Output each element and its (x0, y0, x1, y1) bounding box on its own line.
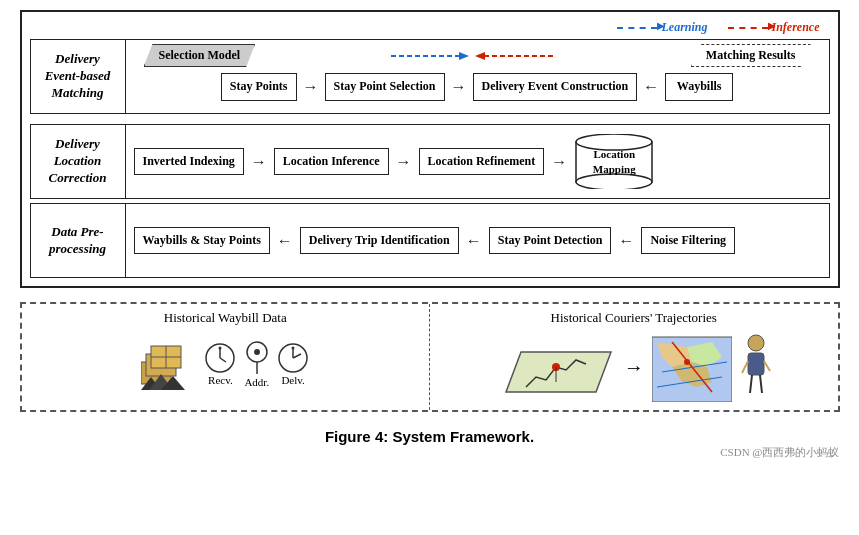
person-icon (740, 333, 772, 402)
learning-line (617, 27, 657, 29)
delivery-trip-id-box: Delivery Trip Identification (300, 227, 459, 255)
svg-point-36 (684, 359, 690, 365)
arrow6: → (547, 153, 571, 171)
selection-model-box: Selection Model (144, 44, 256, 67)
packages-svg (141, 332, 196, 392)
inference-line (728, 27, 768, 29)
page-wrapper: Learning Inference Delivery Event-based … (0, 0, 859, 535)
delv-icon: Delv. (277, 342, 309, 386)
arrow3: ← (639, 78, 663, 96)
svg-point-25 (292, 347, 295, 350)
svg-line-17 (220, 358, 226, 362)
inverted-indexing-box: Inverted Indexing (134, 148, 244, 176)
figure-caption: Figure 4: System Framework. (325, 428, 534, 445)
row2-flow: Inverted Indexing → Location Inference →… (134, 134, 821, 189)
location-refinement-box: Location Refinement (419, 148, 545, 176)
delv-svg (277, 342, 309, 374)
watermark: CSDN @西西弗的小蚂蚁 (20, 445, 840, 460)
learning-label: Learning (661, 20, 707, 35)
arrow5: → (392, 153, 416, 171)
stay-points-box: Stay Points (221, 73, 297, 101)
addr-icon: Addr. (244, 340, 269, 388)
bottom-left-content: Recv. Addr. (141, 332, 309, 396)
top-arrows (255, 49, 691, 63)
waybills-stay-points-box: Waybills & Stay Points (134, 227, 270, 255)
red-dashed-arrow-svg (475, 49, 555, 63)
svg-rect-38 (748, 353, 764, 375)
arrow2: → (447, 78, 471, 96)
trajectory-map-svg (496, 332, 616, 402)
svg-marker-3 (475, 52, 485, 60)
row3-flow: Waybills & Stay Points ← Delivery Trip I… (134, 227, 821, 255)
row1-label: Delivery Event-based Matching (31, 40, 126, 113)
red-arrow-back (475, 49, 555, 63)
bottom-left-title: Historical Waybill Data (164, 310, 287, 326)
stay-point-detection-box: Stay Point Detection (489, 227, 612, 255)
colorful-map-svg (652, 332, 732, 402)
svg-line-24 (293, 354, 301, 358)
arrow8: ← (462, 232, 486, 250)
diagram-container: Learning Inference Delivery Event-based … (20, 10, 840, 288)
arrow7: ← (273, 232, 297, 250)
row1-content: Selection Model (126, 40, 829, 113)
row2: Delivery Location Correction Inverted In… (30, 124, 830, 199)
svg-line-42 (760, 375, 762, 393)
blue-arrow (391, 49, 471, 63)
bottom-right-title: Historical Couriers' Trajectories (551, 310, 717, 326)
package-icon (141, 332, 196, 396)
row2-content: Inverted Indexing → Location Inference →… (126, 125, 829, 198)
svg-line-41 (750, 375, 752, 393)
bottom-right-content: → (496, 332, 772, 402)
svg-line-40 (764, 361, 770, 371)
row3: Data Pre-processing Waybills & Stay Poin… (30, 203, 830, 278)
stay-point-selection-box: Stay Point Selection (325, 73, 445, 101)
trajectory-arrow: → (624, 356, 644, 379)
inference-label: Inference (772, 20, 820, 35)
row1: Delivery Event-based Matching Selection … (30, 39, 830, 114)
arrow9: ← (614, 232, 638, 250)
bottom-right: Historical Couriers' Trajectories → (430, 304, 838, 410)
svg-point-18 (219, 347, 222, 350)
location-inference-box: Location Inference (274, 148, 389, 176)
addr-svg (245, 340, 269, 376)
location-mapping-cylinder: Location Mapping (574, 134, 654, 189)
selection-model-area: Selection Model (144, 44, 256, 67)
svg-line-39 (742, 361, 748, 373)
bottom-section: Historical Waybill Data (20, 302, 840, 412)
svg-marker-1 (459, 52, 469, 60)
svg-point-37 (748, 335, 764, 351)
inference-legend: Inference (728, 20, 820, 35)
blue-dashed-arrow-svg (391, 49, 471, 63)
bottom-left: Historical Waybill Data (22, 304, 431, 410)
recv-icon: Recv. (204, 342, 236, 386)
svg-marker-26 (506, 352, 611, 392)
arrow4: → (247, 153, 271, 171)
row1-top: Selection Model (134, 44, 821, 67)
recv-svg (204, 342, 236, 374)
row3-label: Data Pre-processing (31, 204, 126, 277)
arrow1: → (299, 78, 323, 96)
svg-point-20 (254, 349, 260, 355)
row1-flow: Stay Points → Stay Point Selection → Del… (217, 71, 737, 103)
row3-content: Waybills & Stay Points ← Delivery Trip I… (126, 204, 829, 277)
delivery-event-construction-box: Delivery Event Construction (473, 73, 638, 101)
legend-row: Learning Inference (30, 20, 830, 35)
waybills-box: Waybills (665, 73, 733, 101)
matching-results-box: Matching Results (691, 44, 811, 67)
noise-filtering-box: Noise Filtering (641, 227, 735, 255)
row2-label: Delivery Location Correction (31, 125, 126, 198)
learning-legend: Learning (617, 20, 707, 35)
person-svg (740, 333, 772, 398)
svg-point-6 (576, 174, 652, 189)
